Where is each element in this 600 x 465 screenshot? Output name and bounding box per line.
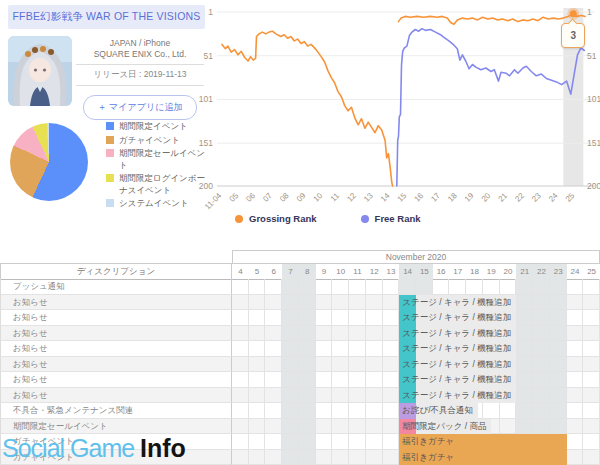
day-cell[interactable] — [466, 279, 483, 295]
day-cell[interactable] — [282, 419, 299, 435]
day-cell[interactable] — [567, 310, 584, 326]
day-cell[interactable] — [299, 372, 316, 388]
day-cell[interactable] — [433, 279, 450, 295]
day-cell[interactable] — [583, 295, 600, 311]
day-cell[interactable] — [299, 279, 316, 295]
day-cell[interactable] — [567, 388, 584, 404]
day-cell[interactable] — [366, 357, 383, 373]
day-cell[interactable] — [316, 388, 333, 404]
day-cell[interactable] — [567, 341, 584, 357]
day-cell[interactable] — [282, 403, 299, 419]
day-cell[interactable] — [349, 279, 366, 295]
day-cell[interactable] — [349, 419, 366, 435]
day-cell[interactable] — [550, 279, 567, 295]
day-cell[interactable] — [383, 372, 400, 388]
day-cell[interactable] — [567, 450, 584, 465]
day-cell[interactable] — [533, 295, 550, 311]
day-cell[interactable] — [299, 450, 316, 465]
day-cell[interactable] — [516, 326, 533, 342]
day-cell[interactable] — [332, 279, 349, 295]
day-cell[interactable] — [316, 434, 333, 450]
day-cell[interactable] — [550, 388, 567, 404]
day-cell[interactable] — [533, 403, 550, 419]
day-cell[interactable] — [232, 372, 249, 388]
day-cell[interactable] — [550, 372, 567, 388]
day-cell[interactable] — [449, 279, 466, 295]
day-cell[interactable] — [232, 388, 249, 404]
day-cell[interactable] — [316, 450, 333, 465]
day-cell[interactable] — [332, 388, 349, 404]
day-cell[interactable] — [299, 341, 316, 357]
day-cell[interactable] — [533, 341, 550, 357]
day-cell[interactable] — [383, 326, 400, 342]
day-cell[interactable] — [349, 357, 366, 373]
day-cell[interactable] — [533, 310, 550, 326]
day-cell[interactable] — [316, 279, 333, 295]
day-cell[interactable] — [332, 341, 349, 357]
day-cell[interactable] — [232, 357, 249, 373]
day-cell[interactable] — [265, 434, 282, 450]
day-cell[interactable] — [299, 403, 316, 419]
day-cell[interactable] — [265, 357, 282, 373]
day-cell[interactable] — [282, 310, 299, 326]
pie-legend-item[interactable]: ガチャイベント — [106, 135, 208, 147]
day-cell[interactable] — [550, 326, 567, 342]
day-cell[interactable] — [516, 357, 533, 373]
day-cell[interactable] — [249, 372, 266, 388]
day-cell[interactable] — [583, 372, 600, 388]
day-cell[interactable] — [349, 450, 366, 465]
day-cell[interactable] — [550, 419, 567, 435]
day-cell[interactable] — [332, 434, 349, 450]
day-cell[interactable] — [282, 295, 299, 311]
day-cell[interactable] — [232, 434, 249, 450]
day-cell[interactable] — [282, 279, 299, 295]
day-cell[interactable] — [349, 295, 366, 311]
day-cell[interactable] — [383, 310, 400, 326]
day-cell[interactable] — [583, 279, 600, 295]
day-cell[interactable] — [366, 326, 383, 342]
day-cell[interactable] — [332, 403, 349, 419]
day-cell[interactable] — [516, 372, 533, 388]
day-cell[interactable] — [583, 388, 600, 404]
day-cell[interactable] — [516, 419, 533, 435]
day-cell[interactable] — [349, 388, 366, 404]
day-cell[interactable] — [383, 388, 400, 404]
day-cell[interactable] — [299, 388, 316, 404]
day-cell[interactable] — [249, 326, 266, 342]
day-cell[interactable] — [366, 279, 383, 295]
day-cell[interactable] — [567, 295, 584, 311]
day-cell[interactable] — [567, 403, 584, 419]
day-cell[interactable] — [349, 434, 366, 450]
day-cell[interactable] — [583, 403, 600, 419]
day-cell[interactable] — [232, 326, 249, 342]
social-game-info-logo[interactable]: Social Game Info — [2, 434, 186, 463]
pie-legend-item[interactable]: システムイベント — [106, 198, 208, 210]
day-cell[interactable] — [567, 357, 584, 373]
day-cell[interactable] — [316, 295, 333, 311]
day-cell[interactable] — [366, 403, 383, 419]
day-cell[interactable] — [249, 419, 266, 435]
day-cell[interactable] — [282, 326, 299, 342]
day-cell[interactable] — [366, 372, 383, 388]
day-cell[interactable] — [550, 310, 567, 326]
day-cell[interactable] — [533, 357, 550, 373]
day-cell[interactable] — [533, 419, 550, 435]
day-cell[interactable] — [516, 403, 533, 419]
day-cell[interactable] — [332, 326, 349, 342]
day-cell[interactable] — [550, 295, 567, 311]
day-cell[interactable] — [316, 326, 333, 342]
day-cell[interactable] — [232, 419, 249, 435]
day-cell[interactable] — [316, 372, 333, 388]
day-cell[interactable] — [265, 388, 282, 404]
day-cell[interactable] — [265, 403, 282, 419]
day-cell[interactable] — [332, 372, 349, 388]
day-cell[interactable] — [567, 419, 584, 435]
day-cell[interactable] — [366, 434, 383, 450]
day-cell[interactable] — [282, 434, 299, 450]
day-cell[interactable] — [416, 279, 433, 295]
day-cell[interactable] — [383, 295, 400, 311]
day-cell[interactable] — [567, 372, 584, 388]
day-cell[interactable] — [550, 403, 567, 419]
rank-legend-item[interactable]: Grossing Rank — [235, 213, 317, 224]
day-cell[interactable] — [299, 357, 316, 373]
